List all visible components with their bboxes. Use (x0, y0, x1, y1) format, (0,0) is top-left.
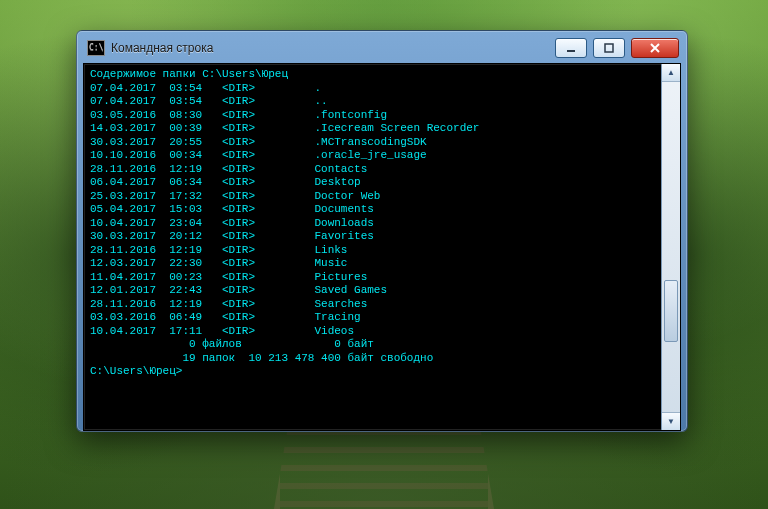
desktop-wallpaper: Командная строка Содержимое папки C:\Use… (0, 0, 768, 509)
cmd-window: Командная строка Содержимое папки C:\Use… (76, 30, 688, 432)
dir-entry: 28.11.2016 12:19 <DIR> Searches (90, 298, 656, 312)
dir-entry: 06.04.2017 06:34 <DIR> Desktop (90, 176, 656, 190)
dir-entry: 05.04.2017 15:03 <DIR> Documents (90, 203, 656, 217)
dir-entry: 28.11.2016 12:19 <DIR> Contacts (90, 163, 656, 177)
console-client-area: Содержимое папки C:\Users\Юрец07.04.2017… (83, 63, 681, 431)
dir-entry: 10.04.2017 23:04 <DIR> Downloads (90, 217, 656, 231)
dir-entry: 10.04.2017 17:11 <DIR> Videos (90, 325, 656, 339)
scroll-up-button[interactable]: ▲ (662, 64, 680, 82)
vertical-scrollbar[interactable]: ▲ ▼ (661, 64, 680, 430)
scroll-thumb[interactable] (664, 280, 678, 342)
svg-rect-1 (605, 44, 613, 52)
dir-entry: 14.03.2017 00:39 <DIR> .Icecream Screen … (90, 122, 656, 136)
summary-line: 19 папок 10 213 478 400 байт свободно (90, 352, 656, 366)
dir-entry: 10.10.2016 00:34 <DIR> .oracle_jre_usage (90, 149, 656, 163)
summary-line: 0 файлов 0 байт (90, 338, 656, 352)
dir-entry: 07.04.2017 03:54 <DIR> .. (90, 95, 656, 109)
dir-entry: 07.04.2017 03:54 <DIR> . (90, 82, 656, 96)
minimize-button[interactable] (555, 38, 587, 58)
scroll-track[interactable] (662, 82, 680, 412)
dir-entry: 12.03.2017 22:30 <DIR> Music (90, 257, 656, 271)
dir-entry: 25.03.2017 17:32 <DIR> Doctor Web (90, 190, 656, 204)
dir-entry: 03.03.2016 06:49 <DIR> Tracing (90, 311, 656, 325)
scroll-down-button[interactable]: ▼ (662, 412, 680, 430)
maximize-icon (604, 43, 614, 53)
close-button[interactable] (631, 38, 679, 58)
svg-rect-0 (567, 50, 575, 52)
prompt-line: C:\Users\Юрец> (90, 365, 656, 379)
dir-entry: 11.04.2017 00:23 <DIR> Pictures (90, 271, 656, 285)
window-title: Командная строка (111, 41, 213, 55)
dir-entry: 12.01.2017 22:43 <DIR> Saved Games (90, 284, 656, 298)
maximize-button[interactable] (593, 38, 625, 58)
dir-entry: 30.03.2017 20:12 <DIR> Favorites (90, 230, 656, 244)
dir-header: Содержимое папки C:\Users\Юрец (90, 68, 656, 82)
cmd-icon (87, 40, 105, 56)
close-icon (649, 43, 661, 53)
minimize-icon (566, 43, 576, 53)
titlebar[interactable]: Командная строка (83, 37, 681, 63)
dir-entry: 30.03.2017 20:55 <DIR> .MCTranscodingSDK (90, 136, 656, 150)
console-output[interactable]: Содержимое папки C:\Users\Юрец07.04.2017… (84, 64, 662, 430)
dir-entry: 03.05.2016 08:30 <DIR> .fontconfig (90, 109, 656, 123)
dir-entry: 28.11.2016 12:19 <DIR> Links (90, 244, 656, 258)
